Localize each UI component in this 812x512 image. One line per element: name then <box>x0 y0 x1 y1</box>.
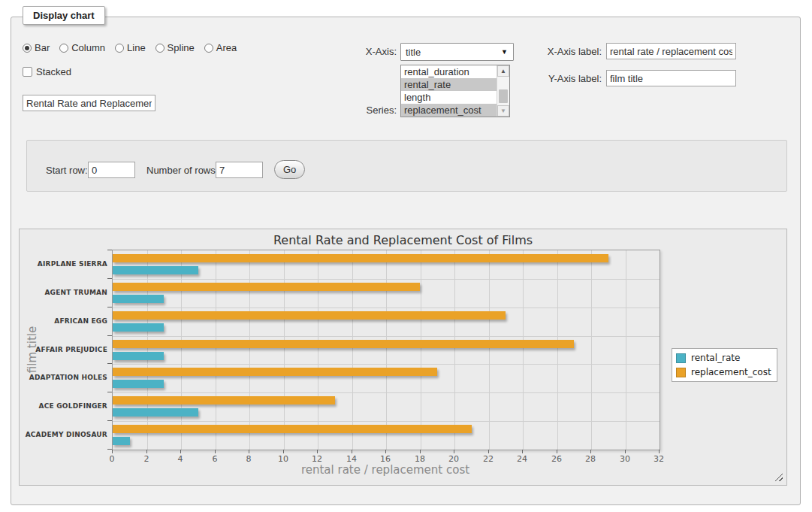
x-axis-label-input[interactable] <box>606 43 736 59</box>
legend-entry-rental_rate: rental_rate <box>676 353 771 363</box>
series-option-rental_duration[interactable]: rental_duration <box>401 65 509 78</box>
series-option-length[interactable]: length <box>401 91 509 104</box>
category-label: ACE GOLDFINGER <box>22 402 107 410</box>
stacked-row: Stacked <box>23 66 71 77</box>
number-of-rows-input[interactable] <box>216 162 263 178</box>
x-axis-tick-label: 14 <box>340 454 363 464</box>
gridline-vertical <box>489 250 490 450</box>
x-axis-tick-label: 20 <box>442 454 465 464</box>
bar-rental_rate <box>113 408 198 417</box>
category-label: AFFAIR PREJUDICE <box>22 346 107 353</box>
scrollbar-thumb[interactable] <box>499 89 508 103</box>
series-multiselect[interactable]: rental_durationrental_ratelengthreplacem… <box>400 65 510 117</box>
gridline-horizontal <box>113 392 660 393</box>
panel-title: Display chart <box>23 6 105 25</box>
series-options: rental_durationrental_ratelengthreplacem… <box>401 65 509 117</box>
x-axis-label-label: X-Axis label: <box>534 46 602 57</box>
x-axis-tick-label: 32 <box>647 454 670 464</box>
x-axis-tick <box>215 450 216 453</box>
y-axis-tick <box>107 250 112 250</box>
x-axis-tick <box>522 450 523 453</box>
gridline-vertical <box>454 250 455 450</box>
bar-replacement_cost <box>113 254 608 262</box>
bar-rental_rate <box>113 437 130 445</box>
go-button[interactable]: Go <box>274 160 305 179</box>
gridline-horizontal <box>113 364 660 365</box>
category-label: AGENT TRUMAN <box>22 289 107 296</box>
bar-replacement_cost <box>113 311 506 320</box>
x-axis-tick-label: 16 <box>374 454 397 464</box>
category-label: ACADEMY DINOSAUR <box>22 431 107 438</box>
legend-swatch <box>676 353 686 363</box>
x-axis-tick <box>352 450 352 453</box>
x-axis-tick <box>625 450 626 453</box>
x-axis-tick <box>317 450 318 453</box>
chart-type-label: Area <box>216 42 237 53</box>
series-option-rental_rate[interactable]: rental_rate <box>401 78 509 91</box>
x-axis-tick-label: 24 <box>511 454 533 464</box>
scroll-down-icon[interactable]: ▼ <box>497 105 509 117</box>
chart-legend: rental_ratereplacement_cost <box>672 348 777 382</box>
x-axis-select[interactable]: title ▼ <box>400 43 514 61</box>
x-axis-tick-label: 18 <box>409 454 431 464</box>
bar-rental_rate <box>113 295 164 303</box>
x-axis-tick-label: 30 <box>614 454 636 464</box>
series-option-replacement_cost[interactable]: replacement_cost <box>401 104 509 117</box>
chart-type-radio-column[interactable]: Column <box>59 42 105 53</box>
number-of-rows-label: Number of rows: <box>146 165 218 176</box>
chart-type-radio-bar[interactable]: Bar <box>23 42 50 53</box>
x-axis-tick-label: 22 <box>477 454 500 464</box>
chart-type-radio-area[interactable]: Area <box>204 42 237 53</box>
gridline-vertical <box>216 250 216 450</box>
gridline-vertical <box>147 250 148 450</box>
x-axis-tick-label: 4 <box>169 454 192 464</box>
y-axis-tick <box>107 307 112 308</box>
page: Display chart BarColumnLineSplineArea St… <box>0 0 812 512</box>
x-axis-tick-label: 10 <box>272 454 294 464</box>
radio-icon <box>23 44 32 53</box>
x-axis-tick <box>385 450 386 453</box>
x-axis-tick <box>180 450 181 453</box>
chart-type-label: Bar <box>35 42 50 53</box>
chart-type-label: Line <box>127 42 146 53</box>
x-axis-tick <box>659 450 660 453</box>
gridline-vertical <box>523 250 524 450</box>
chart-title-input[interactable] <box>23 95 155 111</box>
category-label: ADAPTATION HOLES <box>22 374 107 381</box>
gridline-vertical <box>386 250 387 450</box>
x-axis-tick-label: 2 <box>135 454 158 464</box>
chart-type-radio-spline[interactable]: Spline <box>155 42 195 53</box>
x-axis-tick <box>283 450 284 453</box>
bar-replacement_cost <box>113 396 335 404</box>
chart-type-radio-line[interactable]: Line <box>115 42 146 53</box>
stacked-checkbox[interactable] <box>23 67 32 77</box>
radio-icon <box>59 44 68 53</box>
bar-rental_rate <box>113 323 164 332</box>
chart-type-radio-group: BarColumnLineSplineArea <box>23 42 237 53</box>
category-label: AFRICAN EGG <box>22 317 107 325</box>
chevron-down-icon: ▼ <box>501 48 508 56</box>
series-scrollbar[interactable]: ▲ ▼ <box>497 65 509 117</box>
x-axis-tick-label: 28 <box>579 454 602 464</box>
x-axis-tick-label: 26 <box>545 454 568 464</box>
scroll-up-icon[interactable]: ▲ <box>497 65 509 77</box>
y-axis-label-label: Y-Axis label: <box>534 73 602 84</box>
resize-grip-icon[interactable] <box>774 473 783 481</box>
y-axis-tick <box>107 392 112 392</box>
start-row-input[interactable] <box>88 162 135 178</box>
bar-replacement_cost <box>113 425 472 433</box>
y-axis-tick <box>107 420 112 421</box>
start-row-label: Start row: <box>46 165 88 176</box>
gridline-vertical <box>181 250 182 450</box>
y-axis-label-input[interactable] <box>606 70 736 86</box>
bar-replacement_cost <box>113 368 437 376</box>
chart-title: Rental Rate and Replacement Cost of Film… <box>20 233 786 247</box>
gridline-horizontal <box>113 421 660 422</box>
radio-dot <box>25 46 29 50</box>
gridline-vertical <box>249 250 250 450</box>
gridline-vertical <box>352 250 353 450</box>
radio-icon <box>204 44 213 53</box>
x-axis-tick <box>249 450 249 453</box>
category-label: AIRPLANE SIERRA <box>22 260 107 268</box>
gridline-vertical <box>284 250 285 450</box>
